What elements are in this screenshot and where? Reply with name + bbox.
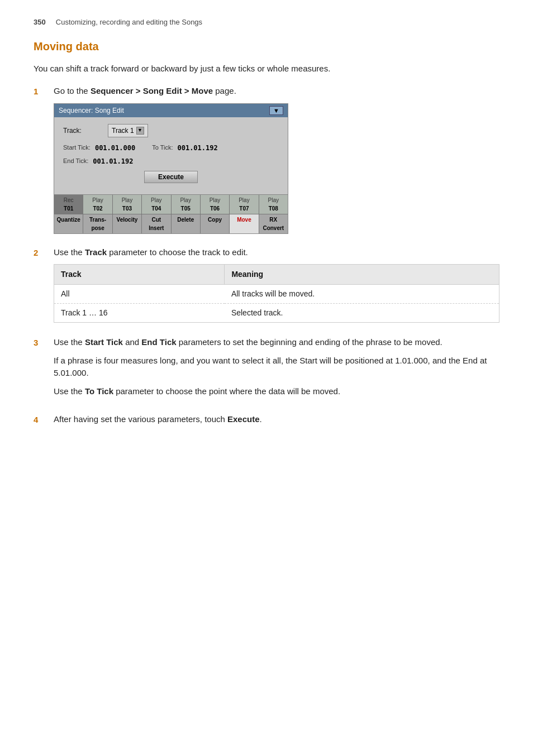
- seq-end-tick-label: End Tick:: [63, 156, 88, 166]
- table-row-all: All All tracks will be moved.: [54, 285, 499, 304]
- seq-track-cell-6: Play T07: [230, 195, 259, 214]
- table-header-meaning: Meaning: [225, 265, 499, 285]
- seq-tab-cut-insert[interactable]: CutInsert: [142, 214, 171, 233]
- seq-titlebar-button[interactable]: ▼: [269, 106, 283, 115]
- intro-text: You can shift a track forward or backwar…: [34, 63, 499, 75]
- seq-execute-button[interactable]: Execute: [144, 171, 198, 183]
- step-3-para2: Use the To Tick parameter to choose the …: [54, 385, 499, 398]
- table-row-track1-16: Track 1 … 16 Selected track.: [54, 304, 499, 323]
- seq-track-label-4: Play: [172, 196, 200, 204]
- seq-track-label-6: Play: [230, 196, 258, 204]
- table-cell-meaning-all: All tracks will be moved.: [225, 285, 499, 304]
- table-cell-track-all: All: [54, 285, 225, 304]
- seq-tracks-strip: Rec T01 Play T02 Play T03 Play T04 Play: [54, 194, 288, 214]
- page-number: 350: [34, 18, 46, 26]
- seq-dropdown-arrow-icon[interactable]: ▼: [136, 127, 144, 135]
- seq-track-cell-1: Play T02: [83, 195, 112, 214]
- sequencer-ui: Sequencer: Song Edit ▼ Track: Track 1 ▼ …: [54, 103, 288, 234]
- seq-track-name-1: T02: [83, 204, 112, 213]
- step-3-content: Use the Start Tick and End Tick paramete…: [54, 336, 499, 403]
- track-table: Track Meaning All All tracks will be mov…: [54, 264, 499, 323]
- seq-track-label-7: Play: [259, 196, 288, 204]
- seq-start-tick: Start Tick: 001.01.000: [63, 143, 135, 153]
- seq-track-name-7: T08: [259, 204, 288, 213]
- seq-to-tick: To Tick: 001.01.192: [152, 143, 218, 153]
- table-cell-meaning-range: Selected track.: [225, 304, 499, 323]
- seq-titlebar: Sequencer: Song Edit ▼: [54, 104, 288, 117]
- seq-tab-rx-convert[interactable]: RXConvert: [259, 214, 288, 233]
- seq-to-tick-value: 001.01.192: [177, 143, 217, 153]
- seq-track-cell-0: Rec T01: [54, 195, 83, 214]
- step-4: 4 After having set the various parameter…: [34, 413, 499, 432]
- seq-track-label-1: Play: [83, 196, 112, 204]
- step-4-text: After having set the various parameters,…: [54, 413, 499, 426]
- seq-end-tick-value: 001.01.192: [93, 156, 133, 166]
- seq-tab-move[interactable]: Move: [230, 214, 259, 233]
- seq-tab-quantize[interactable]: Quantize: [54, 214, 83, 233]
- seq-body: Track: Track 1 ▼ Start Tick: 001.01.000 …: [54, 117, 288, 194]
- seq-execute-row: Execute: [63, 171, 279, 183]
- step-2: 2 Use the Track parameter to choose the …: [34, 246, 499, 327]
- seq-tab-delete[interactable]: Delete: [172, 214, 201, 233]
- breadcrumb-text: Customizing, recording and editing the S…: [56, 18, 202, 26]
- step-1-content: Go to the Sequencer > Song Edit > Move p…: [54, 85, 499, 236]
- seq-track-name-3: T04: [142, 204, 170, 213]
- seq-to-tick-label: To Tick:: [152, 143, 173, 152]
- step-number-2: 2: [34, 247, 44, 260]
- seq-track-label-3: Play: [142, 196, 170, 204]
- step-number-1: 1: [34, 85, 44, 98]
- seq-track-label-5: Play: [201, 196, 229, 204]
- seq-title: Sequencer: Song Edit: [59, 106, 124, 116]
- seq-start-tick-label: Start Tick:: [63, 143, 91, 152]
- seq-track-name-0: T01: [54, 204, 83, 213]
- seq-track-name-2: T03: [113, 204, 141, 213]
- table-cell-track-range: Track 1 … 16: [54, 304, 225, 323]
- seq-tab-transpose[interactable]: Trans-pose: [83, 214, 112, 233]
- seq-track-cell-2: Play T03: [113, 195, 142, 214]
- seq-bottom-tabs: Quantize Trans-pose Velocity CutInsert D…: [54, 214, 288, 233]
- seq-track-name-4: T05: [172, 204, 200, 213]
- seq-start-tick-value: 001.01.000: [95, 143, 135, 153]
- seq-tab-copy[interactable]: Copy: [201, 214, 230, 233]
- step-4-content: After having set the various parameters,…: [54, 413, 499, 432]
- step-1-text: Go to the Sequencer > Song Edit > Move p…: [54, 85, 499, 98]
- step-3-text: Use the Start Tick and End Tick paramete…: [54, 336, 499, 349]
- seq-tab-velocity[interactable]: Velocity: [113, 214, 142, 233]
- breadcrumb: 350 Customizing, recording and editing t…: [34, 17, 499, 28]
- seq-end-tick: End Tick: 001.01.192: [63, 156, 134, 166]
- table-header-track: Track: [54, 265, 225, 285]
- step-1: 1 Go to the Sequencer > Song Edit > Move…: [34, 85, 499, 236]
- seq-track-cell-5: Play T06: [201, 195, 230, 214]
- seq-track-label-2: Play: [113, 196, 141, 204]
- seq-track-row: Track: Track 1 ▼: [63, 124, 279, 137]
- step-number-4: 4: [34, 414, 44, 427]
- seq-track-label-0: Rec: [54, 196, 83, 204]
- section-title: Moving data: [34, 38, 499, 55]
- seq-track-value: Track 1: [112, 126, 134, 136]
- seq-track-name-6: T07: [230, 204, 258, 213]
- seq-track-cell-4: Play T05: [172, 195, 201, 214]
- step-3: 3 Use the Start Tick and End Tick parame…: [34, 336, 499, 403]
- seq-track-name-5: T06: [201, 204, 229, 213]
- step-2-content: Use the Track parameter to choose the tr…: [54, 246, 499, 327]
- step-number-3: 3: [34, 337, 44, 350]
- seq-params-row1: Start Tick: 001.01.000 To Tick: 001.01.1…: [63, 143, 279, 153]
- seq-params-row2: End Tick: 001.01.192: [63, 156, 279, 166]
- seq-track-dropdown[interactable]: Track 1 ▼: [108, 124, 148, 137]
- step-3-para1: If a phrase is four measures long, and y…: [54, 355, 499, 380]
- seq-track-label: Track:: [63, 126, 102, 136]
- seq-track-cell-7: Play T08: [259, 195, 288, 214]
- seq-track-cell-3: Play T04: [142, 195, 171, 214]
- step-2-text: Use the Track parameter to choose the tr…: [54, 246, 499, 259]
